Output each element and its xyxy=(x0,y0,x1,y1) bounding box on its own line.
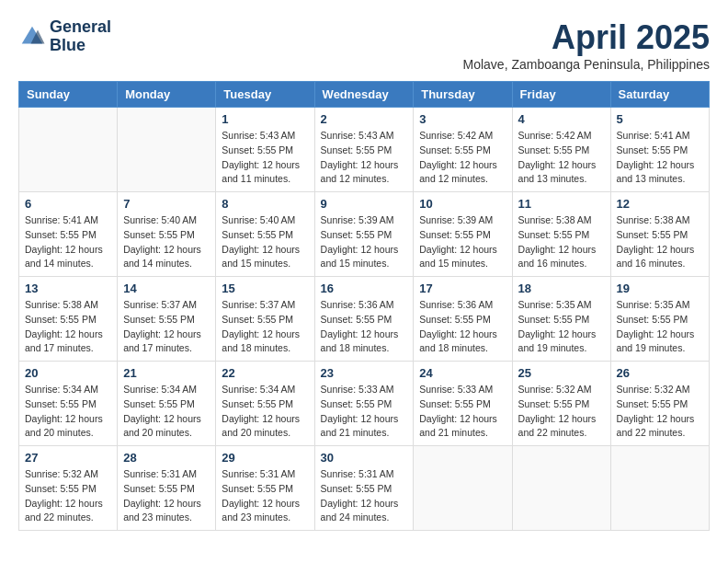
day-number: 14 xyxy=(123,282,210,295)
day-header-thursday: Thursday xyxy=(414,82,512,108)
calendar-cell: 13Sunrise: 5:38 AM Sunset: 5:55 PM Dayli… xyxy=(19,277,118,362)
day-number: 6 xyxy=(25,197,111,211)
calendar-cell: 15Sunrise: 5:37 AM Sunset: 5:55 PM Dayli… xyxy=(216,277,314,362)
calendar-cell: 14Sunrise: 5:37 AM Sunset: 5:55 PM Dayli… xyxy=(118,277,216,362)
calendar-header-row: SundayMondayTuesdayWednesdayThursdayFrid… xyxy=(19,82,710,108)
week-row-5: 27Sunrise: 5:32 AM Sunset: 5:55 PM Dayli… xyxy=(19,446,710,531)
calendar-cell: 30Sunrise: 5:31 AM Sunset: 5:55 PM Dayli… xyxy=(314,446,414,531)
day-header-friday: Friday xyxy=(512,82,610,108)
day-number: 12 xyxy=(617,197,703,211)
day-info: Sunrise: 5:32 AM Sunset: 5:55 PM Dayligh… xyxy=(518,383,605,441)
day-info: Sunrise: 5:41 AM Sunset: 5:55 PM Dayligh… xyxy=(25,213,111,271)
calendar-cell: 8Sunrise: 5:40 AM Sunset: 5:55 PM Daylig… xyxy=(216,192,314,277)
day-info: Sunrise: 5:39 AM Sunset: 5:55 PM Dayligh… xyxy=(419,213,506,271)
calendar-cell: 28Sunrise: 5:31 AM Sunset: 5:55 PM Dayli… xyxy=(118,446,216,531)
day-number: 16 xyxy=(321,282,408,295)
logo-line2: Blue xyxy=(50,37,111,55)
month-title: April 2025 xyxy=(463,18,711,57)
day-info: Sunrise: 5:31 AM Sunset: 5:55 PM Dayligh… xyxy=(222,467,308,525)
day-number: 9 xyxy=(321,197,408,211)
day-number: 22 xyxy=(222,366,308,380)
day-header-wednesday: Wednesday xyxy=(314,82,414,108)
day-number: 23 xyxy=(321,366,408,380)
day-info: Sunrise: 5:36 AM Sunset: 5:55 PM Dayligh… xyxy=(419,298,506,356)
calendar-cell xyxy=(512,446,610,531)
day-number: 1 xyxy=(222,112,308,126)
day-number: 20 xyxy=(25,366,111,380)
day-header-saturday: Saturday xyxy=(610,82,709,108)
day-number: 11 xyxy=(518,197,605,211)
logo-line1: General xyxy=(50,18,111,37)
day-number: 17 xyxy=(419,282,506,295)
day-number: 8 xyxy=(222,197,308,211)
week-row-1: 1Sunrise: 5:43 AM Sunset: 5:55 PM Daylig… xyxy=(19,108,710,192)
day-number: 18 xyxy=(518,282,605,295)
day-info: Sunrise: 5:32 AM Sunset: 5:55 PM Dayligh… xyxy=(25,467,111,525)
day-number: 15 xyxy=(222,282,308,295)
calendar-cell: 3Sunrise: 5:42 AM Sunset: 5:55 PM Daylig… xyxy=(414,108,512,192)
day-number: 19 xyxy=(617,282,703,295)
calendar-cell: 23Sunrise: 5:33 AM Sunset: 5:55 PM Dayli… xyxy=(314,362,414,446)
day-info: Sunrise: 5:40 AM Sunset: 5:55 PM Dayligh… xyxy=(222,213,308,271)
calendar-cell: 2Sunrise: 5:43 AM Sunset: 5:55 PM Daylig… xyxy=(314,108,414,192)
calendar-cell: 5Sunrise: 5:41 AM Sunset: 5:55 PM Daylig… xyxy=(610,108,709,192)
day-info: Sunrise: 5:38 AM Sunset: 5:55 PM Dayligh… xyxy=(518,213,605,271)
calendar-cell: 9Sunrise: 5:39 AM Sunset: 5:55 PM Daylig… xyxy=(314,192,414,277)
day-number: 4 xyxy=(518,112,605,126)
logo-icon xyxy=(18,23,46,51)
day-info: Sunrise: 5:38 AM Sunset: 5:55 PM Dayligh… xyxy=(617,213,703,271)
day-info: Sunrise: 5:33 AM Sunset: 5:55 PM Dayligh… xyxy=(321,383,408,441)
calendar-cell: 26Sunrise: 5:32 AM Sunset: 5:55 PM Dayli… xyxy=(610,362,709,446)
day-number: 27 xyxy=(25,451,111,465)
day-info: Sunrise: 5:43 AM Sunset: 5:55 PM Dayligh… xyxy=(222,129,308,187)
calendar-cell: 19Sunrise: 5:35 AM Sunset: 5:55 PM Dayli… xyxy=(610,277,709,362)
day-info: Sunrise: 5:35 AM Sunset: 5:55 PM Dayligh… xyxy=(518,298,605,356)
calendar-cell: 21Sunrise: 5:34 AM Sunset: 5:55 PM Dayli… xyxy=(118,362,216,446)
day-info: Sunrise: 5:36 AM Sunset: 5:55 PM Dayligh… xyxy=(321,298,408,356)
day-info: Sunrise: 5:34 AM Sunset: 5:55 PM Dayligh… xyxy=(25,383,111,441)
calendar-cell: 4Sunrise: 5:42 AM Sunset: 5:55 PM Daylig… xyxy=(512,108,610,192)
day-number: 3 xyxy=(419,112,506,126)
day-info: Sunrise: 5:34 AM Sunset: 5:55 PM Dayligh… xyxy=(222,383,308,441)
day-number: 21 xyxy=(123,366,210,380)
day-number: 29 xyxy=(222,451,308,465)
calendar-cell: 7Sunrise: 5:40 AM Sunset: 5:55 PM Daylig… xyxy=(118,192,216,277)
calendar-cell: 18Sunrise: 5:35 AM Sunset: 5:55 PM Dayli… xyxy=(512,277,610,362)
logo-text: General Blue xyxy=(50,18,111,55)
week-row-2: 6Sunrise: 5:41 AM Sunset: 5:55 PM Daylig… xyxy=(19,192,710,277)
day-number: 28 xyxy=(123,451,210,465)
day-number: 10 xyxy=(419,197,506,211)
day-info: Sunrise: 5:41 AM Sunset: 5:55 PM Dayligh… xyxy=(617,129,703,187)
title-section: April 2025 Molave, Zamboanga Peninsula, … xyxy=(463,18,711,72)
day-number: 26 xyxy=(617,366,703,380)
calendar-cell: 10Sunrise: 5:39 AM Sunset: 5:55 PM Dayli… xyxy=(414,192,512,277)
day-info: Sunrise: 5:33 AM Sunset: 5:55 PM Dayligh… xyxy=(419,383,506,441)
calendar-cell: 22Sunrise: 5:34 AM Sunset: 5:55 PM Dayli… xyxy=(216,362,314,446)
week-row-4: 20Sunrise: 5:34 AM Sunset: 5:55 PM Dayli… xyxy=(19,362,710,446)
day-info: Sunrise: 5:37 AM Sunset: 5:55 PM Dayligh… xyxy=(222,298,308,356)
calendar-cell: 24Sunrise: 5:33 AM Sunset: 5:55 PM Dayli… xyxy=(414,362,512,446)
calendar-cell: 1Sunrise: 5:43 AM Sunset: 5:55 PM Daylig… xyxy=(216,108,314,192)
calendar-cell xyxy=(19,108,118,192)
day-info: Sunrise: 5:31 AM Sunset: 5:55 PM Dayligh… xyxy=(321,467,408,525)
day-number: 5 xyxy=(617,112,703,126)
day-number: 24 xyxy=(419,366,506,380)
calendar-cell xyxy=(118,108,216,192)
day-info: Sunrise: 5:32 AM Sunset: 5:55 PM Dayligh… xyxy=(617,383,703,441)
day-header-tuesday: Tuesday xyxy=(216,82,314,108)
calendar-cell xyxy=(414,446,512,531)
day-info: Sunrise: 5:42 AM Sunset: 5:55 PM Dayligh… xyxy=(518,129,605,187)
day-number: 25 xyxy=(518,366,605,380)
calendar-cell: 20Sunrise: 5:34 AM Sunset: 5:55 PM Dayli… xyxy=(19,362,118,446)
day-header-sunday: Sunday xyxy=(19,82,118,108)
day-info: Sunrise: 5:38 AM Sunset: 5:55 PM Dayligh… xyxy=(25,298,111,356)
logo: General Blue xyxy=(18,18,111,55)
day-info: Sunrise: 5:37 AM Sunset: 5:55 PM Dayligh… xyxy=(123,298,210,356)
calendar-table: SundayMondayTuesdayWednesdayThursdayFrid… xyxy=(18,81,710,531)
day-number: 30 xyxy=(321,451,408,465)
day-info: Sunrise: 5:31 AM Sunset: 5:55 PM Dayligh… xyxy=(123,467,210,525)
calendar-cell: 12Sunrise: 5:38 AM Sunset: 5:55 PM Dayli… xyxy=(610,192,709,277)
location-subtitle: Molave, Zamboanga Peninsula, Philippines xyxy=(463,57,711,72)
week-row-3: 13Sunrise: 5:38 AM Sunset: 5:55 PM Dayli… xyxy=(19,277,710,362)
day-info: Sunrise: 5:42 AM Sunset: 5:55 PM Dayligh… xyxy=(419,129,506,187)
